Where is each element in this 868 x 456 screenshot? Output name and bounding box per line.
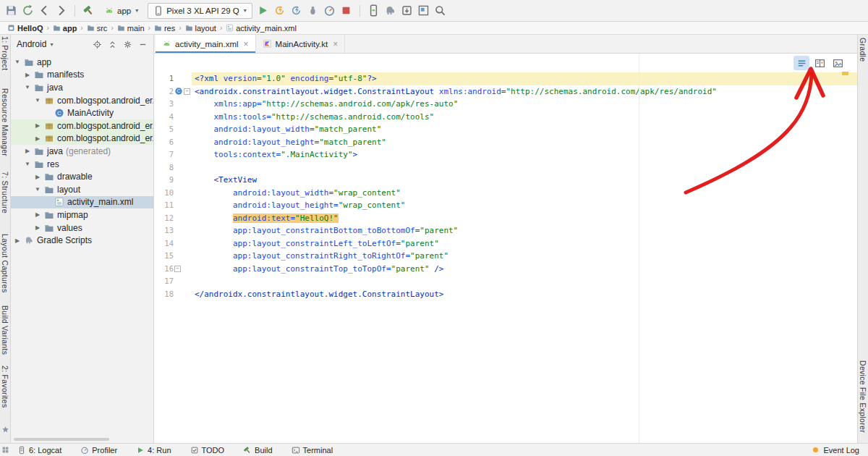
fold-marker-icon[interactable]: − [174,266,181,272]
sync-gradle-icon[interactable] [384,4,396,17]
code-line-15[interactable]: 15 app:layout_constraintRight_toRightOf=… [154,250,857,263]
collapse-all-icon[interactable] [108,40,117,49]
breadcrumb-item-activity-main-xml[interactable]: activity_main.xml [224,24,298,33]
code-line-5[interactable]: 5 android:layout_width="match_parent" [154,123,857,136]
breadcrumb-item-main[interactable]: main [116,24,146,33]
profile-icon[interactable] [323,4,336,17]
tool-stripe-button-2-favorites[interactable]: 2: Favorites [1,366,9,408]
tree-row-layout[interactable]: ▼layout [11,183,153,196]
code-line-6[interactable]: 6 android:layout_height="match_parent" [154,136,857,149]
run-icon[interactable] [257,4,269,17]
tree-row-com-blogspot-android-er-h[interactable]: ▼com.blogspot.android_er.h [11,94,153,107]
tree-row-mipmap[interactable]: ▶mipmap [11,208,153,221]
close-tab-icon[interactable]: × [333,40,338,48]
tab-mainactivity-kt[interactable]: MainActivity.kt× [256,35,346,53]
tree-collapsed-arrow-icon[interactable]: ▶ [34,224,41,231]
breadcrumb-item-res[interactable]: res [153,24,176,33]
hide-icon[interactable] [138,40,148,49]
code-line-4[interactable]: 4 xmlns:tools="http://schemas.android.co… [154,111,857,124]
tool-stripe-button-layout-captures[interactable]: Layout Captures [1,234,9,293]
back-icon[interactable] [38,4,51,17]
tool-stripe-button-device-file-explorer[interactable]: Device File Explorer [859,360,867,433]
locate-icon[interactable] [93,40,102,49]
stop-icon[interactable] [340,4,352,17]
view-mode-split-button[interactable] [812,56,827,70]
status-bar-event-log[interactable]: Event Log [812,446,859,455]
code-line-9[interactable]: 9 <TextView [154,174,857,187]
breadcrumb-item-app[interactable]: app [51,24,79,33]
code-line-11[interactable]: 11 android:layout_height="wrap_content" [154,199,857,212]
status-4-run[interactable]: 4: Run [136,446,171,455]
hammer-icon[interactable] [82,4,95,17]
apply-code-changes-icon[interactable] [290,4,302,17]
tool-stripe-button-resource-manager[interactable]: Resource Manager [1,88,9,156]
star-icon[interactable] [1,426,9,434]
sync-icon[interactable] [22,4,34,17]
code-line-16[interactable]: 16− app:layout_constraintTop_toTopOf="pa… [154,263,857,276]
project-scrollbar[interactable] [14,438,109,441]
gear-icon[interactable] [123,40,132,49]
tree-expanded-arrow-icon[interactable]: ▼ [14,59,21,65]
tree-row-app[interactable]: ▼app [11,56,153,69]
code-line-17[interactable]: 17 [154,275,857,288]
run-config-selector[interactable]: app▾ [99,4,143,17]
view-mode-code-button[interactable] [793,56,809,70]
tree-row-drawable[interactable]: ▶drawable [11,170,153,183]
tree-collapsed-arrow-icon[interactable]: ▶ [34,211,41,218]
tree-collapsed-arrow-icon[interactable]: ▶ [14,237,21,244]
tree-expanded-arrow-icon[interactable]: ▼ [24,84,31,90]
project-view-selector[interactable]: Android ▾ [17,39,53,49]
tree-expanded-arrow-icon[interactable]: ▼ [24,161,31,167]
fold-marker-icon[interactable]: − [184,88,190,95]
tree-row-activity-main-xml[interactable]: activity_main.xml [11,196,153,209]
tree-row-manifests[interactable]: ▶manifests [11,69,153,82]
code-line-12[interactable]: 12 android:text="HelloQ!" [154,212,857,225]
tool-stripe-button-7-structure[interactable]: 7: Structure [1,172,9,214]
tool-stripe-button-gradle[interactable]: Gradle [859,38,867,62]
sdk-manager-icon[interactable] [401,4,413,17]
code-line-2[interactable]: 2C−<androidx.constraintlayout.widget.Con… [154,85,857,98]
code-line-13[interactable]: 13 app:layout_constraintBottom_toBottomO… [154,224,857,237]
tool-stripe-button-1-project[interactable]: 1: Project [1,36,9,70]
apply-changes-icon[interactable] [273,4,286,17]
code-line-3[interactable]: 3 xmlns:app="http://schemas.android.com/… [154,98,857,111]
attach-debugger-icon[interactable] [307,4,319,17]
breadcrumb-item-helloq[interactable]: HelloQ [6,24,44,33]
breadcrumb-item-layout[interactable]: layout [184,24,218,33]
tree-row-com-blogspot-android-er-h[interactable]: ▶com.blogspot.android_er.h [11,119,153,132]
tree-collapsed-arrow-icon[interactable]: ▶ [34,135,41,142]
layout-inspector-icon[interactable] [417,4,430,17]
tree-collapsed-arrow-icon[interactable]: ▶ [34,122,41,129]
tree-row-res[interactable]: ▼res [11,158,153,171]
tree-row-gradle-scripts[interactable]: ▶Gradle Scripts [11,234,153,247]
code-line-8[interactable]: 8 [154,161,857,174]
grid-icon[interactable] [1,446,9,454]
code-line-18[interactable]: 18</androidx.constraintlayout.widget.Con… [154,288,857,301]
tab-activity-main-xml[interactable]: activity_main.xml× [156,35,256,53]
code-line-14[interactable]: 14 app:layout_constraintLeft_toLeftOf="p… [154,237,857,250]
tree-row-java[interactable]: ▼java [11,81,153,94]
tree-row-com-blogspot-android-er-h[interactable]: ▶com.blogspot.android_er.h [11,132,153,145]
device-selector[interactable]: Pixel 3 XL API 29 Q▾ [148,3,252,19]
avd-manager-icon[interactable] [367,4,380,17]
tree-row-java[interactable]: ▶java (generated) [11,145,153,158]
tree-row-values[interactable]: ▶values [11,221,153,235]
status-6-logcat[interactable]: 6: Logcat [17,446,61,455]
tree-collapsed-arrow-icon[interactable]: ▶ [24,148,31,154]
tool-stripe-button-build-variants[interactable]: Build Variants [1,305,9,355]
tree-row-mainactivity[interactable]: CMainActivity [11,106,153,119]
status-todo[interactable]: TODO [190,446,225,455]
code-line-10[interactable]: 10 android:layout_width="wrap_content" [154,187,857,200]
code-line-7[interactable]: 7 tools:context=".MainActivity"> [154,148,857,161]
breadcrumb-item-src[interactable]: src [85,24,109,33]
status-terminal[interactable]: Terminal [292,446,333,455]
tree-collapsed-arrow-icon[interactable]: ▶ [34,174,41,180]
editor[interactable]: 1<?xml version="1.0" encoding="utf-8"?>2… [154,54,857,443]
view-mode-design-button[interactable] [830,56,846,70]
tree-expanded-arrow-icon[interactable]: ▼ [34,186,41,193]
error-stripe-mark[interactable] [842,72,848,75]
save-icon[interactable] [5,4,17,17]
forward-icon[interactable] [55,4,67,17]
status-profiler[interactable]: Profiler [80,446,117,455]
code-line-1[interactable]: 1<?xml version="1.0" encoding="utf-8"?> [154,72,857,85]
